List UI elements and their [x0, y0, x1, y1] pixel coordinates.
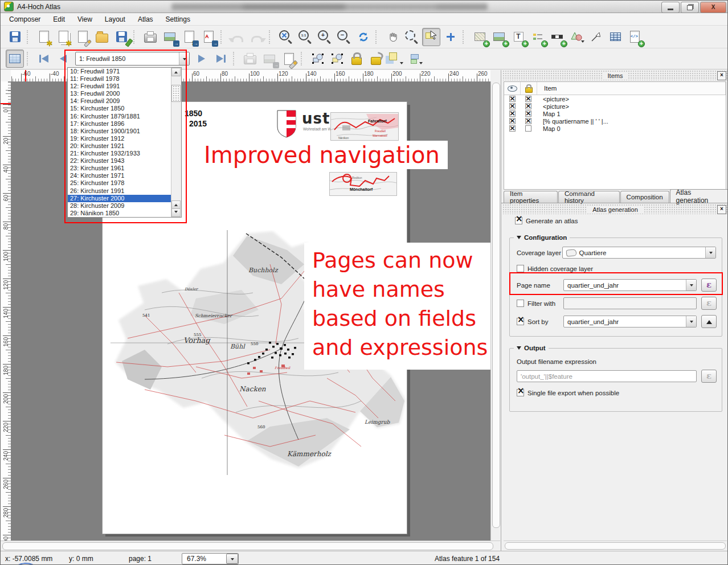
items-table-row[interactable]: Map 0: [504, 125, 726, 132]
atlas-feature-option[interactable]: 21: Kirchuster 1932/1933: [68, 150, 171, 157]
atlas-feature-combobox[interactable]: 1: Freudwil 1850: [75, 52, 190, 65]
save-composition-button[interactable]: [6, 28, 24, 46]
tab-atlas-generation[interactable]: Atlas generation: [670, 189, 728, 203]
panel-horizontal-scrollbar[interactable]: [504, 541, 727, 550]
menu-atlas[interactable]: Atlas: [132, 14, 159, 25]
page-name-combobox[interactable]: quartier_und_jahr: [563, 279, 697, 291]
atlas-feature-option[interactable]: 16: Kirchuster 1879/1881: [68, 113, 171, 120]
unlock-items-button[interactable]: [367, 50, 385, 68]
combo-dropdown-icon[interactable]: [705, 247, 715, 258]
atlas-feature-option[interactable]: 25: Kirchuster 1978: [68, 179, 171, 187]
refresh-button[interactable]: [354, 28, 373, 46]
export-pdf-button[interactable]: A→: [199, 28, 218, 46]
single-file-checkbox[interactable]: [517, 389, 524, 396]
zoom-level-combobox[interactable]: 67.3%: [182, 553, 239, 564]
align-items-button[interactable]: [406, 50, 424, 68]
last-feature-button[interactable]: [212, 50, 230, 68]
add-new-map-button[interactable]: +: [471, 28, 489, 46]
single-file-row[interactable]: Single file export when possible: [517, 389, 619, 396]
menu-edit[interactable]: Edit: [47, 14, 71, 25]
zoom-tool-button[interactable]: [403, 28, 421, 46]
configuration-header[interactable]: Configuration: [514, 233, 570, 241]
items-table[interactable]: Item <picture><picture>Map 1[% quartiern…: [504, 81, 726, 190]
items-table-row[interactable]: Map 1: [504, 110, 726, 117]
lock-items-button[interactable]: [347, 50, 366, 68]
visibility-checkbox[interactable]: [509, 125, 516, 132]
zoom-out-button[interactable]: −: [335, 28, 353, 46]
export-svg-button[interactable]: *→: [180, 28, 198, 46]
ungroup-items-button[interactable]: [328, 50, 346, 68]
atlas-feature-option[interactable]: 19: Kirchuster 1912: [68, 135, 171, 142]
zoom-in-button[interactable]: +: [316, 28, 334, 46]
atlas-panel-close-icon[interactable]: ×: [717, 205, 726, 214]
generate-atlas-checkbox[interactable]: [515, 217, 522, 224]
add-label-button[interactable]: T+: [509, 28, 527, 46]
atlas-feature-option[interactable]: 11: Freudwil 1978: [68, 75, 171, 83]
next-feature-button[interactable]: [193, 50, 211, 68]
lock-checkbox[interactable]: [525, 125, 531, 132]
atlas-panel-titlebar[interactable]: Atlas generation ×: [502, 204, 728, 214]
generate-atlas-row[interactable]: Generate an atlas: [515, 217, 578, 224]
atlas-feature-option[interactable]: 24: Kirchuster 1971: [68, 172, 171, 179]
move-item-content-button[interactable]: [441, 28, 460, 46]
filter-with-checkbox[interactable]: [517, 300, 524, 307]
atlas-feature-option[interactable]: 18: Kirchuster 1900/1901: [68, 128, 171, 135]
atlas-feature-option[interactable]: 26: Kirchuster 1991: [68, 187, 171, 195]
output-filename-input[interactable]: 'output_'||$feature: [517, 370, 697, 382]
print-button[interactable]: [141, 28, 159, 46]
add-arrow-button[interactable]: [587, 28, 605, 46]
canvas-vertical-scrollbar[interactable]: [490, 81, 501, 541]
hidden-coverage-checkbox[interactable]: [517, 265, 524, 272]
zoom-full-button[interactable]: [277, 28, 295, 46]
previous-feature-button[interactable]: [54, 50, 72, 68]
items-table-row[interactable]: <picture>: [504, 103, 726, 110]
scroll-down-button[interactable]: [171, 208, 181, 217]
atlas-feature-option[interactable]: 27: Kirchuster 2000: [68, 195, 171, 202]
add-image-button[interactable]: +: [490, 28, 508, 46]
menu-view[interactable]: View: [71, 14, 99, 25]
coverage-layer-combobox[interactable]: Quartiere: [562, 247, 716, 259]
first-feature-button[interactable]: [35, 50, 53, 68]
atlas-feature-option[interactable]: 20: Kirchuster 1921: [68, 142, 171, 150]
atlas-feature-option[interactable]: 13: Freudwil 2000: [68, 90, 171, 97]
restore-button[interactable]: [681, 2, 699, 13]
scroll-up-button-2[interactable]: [171, 200, 181, 209]
hidden-coverage-row[interactable]: Hidden coverage layer: [517, 265, 593, 272]
save-as-template-button[interactable]: [112, 28, 130, 46]
items-panel-titlebar[interactable]: Items ×: [502, 71, 728, 80]
combo-dropdown-icon[interactable]: [686, 316, 696, 327]
zoom-actual-button[interactable]: 1:1: [296, 28, 314, 46]
items-table-row[interactable]: [% quartiername || ' ' |...: [504, 117, 726, 125]
atlas-feature-dropdown-list[interactable]: 10: Freudwil 197111: Freudwil 197812: Fr…: [67, 67, 182, 218]
atlas-feature-option[interactable]: 15: Kirchuster 1850: [68, 105, 171, 112]
select-move-item-button[interactable]: [422, 28, 440, 46]
add-shape-button[interactable]: [567, 28, 586, 46]
items-table-row[interactable]: <picture>: [504, 95, 726, 103]
tab-item-properties[interactable]: Item properties: [504, 191, 558, 203]
combo-dropdown-icon[interactable]: [686, 280, 696, 290]
atlas-feature-option[interactable]: 10: Freudwil 1971: [68, 68, 171, 75]
output-header[interactable]: Output: [514, 343, 549, 352]
export-image-button[interactable]: →: [161, 28, 179, 46]
sort-direction-button[interactable]: [701, 315, 717, 328]
add-attribute-table-button[interactable]: [606, 28, 624, 46]
sort-by-combobox[interactable]: quartier_und_jahr: [563, 316, 697, 327]
canvas-horizontal-scrollbar[interactable]: [1, 541, 500, 551]
combo-dropdown-icon[interactable]: [226, 554, 238, 564]
dropdown-scrollbar[interactable]: [171, 68, 181, 217]
menu-settings[interactable]: Settings: [159, 14, 197, 25]
atlas-feature-option[interactable]: 17: Kirchuster 1896: [68, 120, 171, 128]
new-composition-button[interactable]: *: [35, 28, 53, 46]
add-legend-button[interactable]: +: [529, 28, 547, 46]
atlas-feature-option[interactable]: 22: Kirchuster 1943: [68, 157, 171, 165]
page-name-expression-button[interactable]: ε: [701, 279, 717, 292]
menu-composer[interactable]: Composer: [3, 14, 47, 25]
scroll-up-button[interactable]: [171, 68, 181, 76]
atlas-settings-button[interactable]: [280, 50, 298, 68]
atlas-feature-option[interactable]: 23: Kirchuster 1961: [68, 165, 171, 172]
atlas-feature-option[interactable]: 29: Nänikon 1850: [68, 210, 171, 217]
atlas-preview-button[interactable]: [6, 50, 24, 68]
atlas-feature-option[interactable]: 12: Freudwil 1991: [68, 83, 171, 90]
duplicate-composition-button[interactable]: *: [54, 28, 72, 46]
tab-command-history[interactable]: Command history: [558, 191, 620, 203]
